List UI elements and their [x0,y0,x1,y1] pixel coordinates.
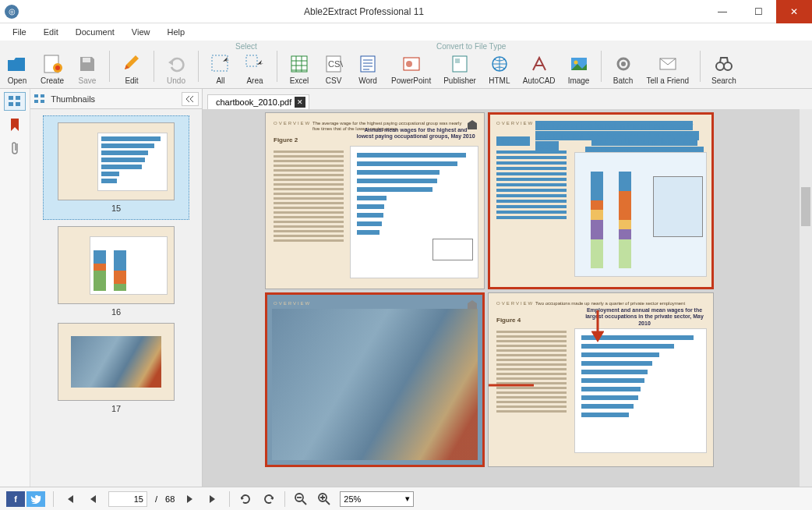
undo-button[interactable]: Undo [161,43,192,88]
menu-document[interactable]: Document [68,26,122,38]
svg-rect-4 [212,55,228,71]
html-button[interactable]: HTML [484,43,515,88]
twitter-button[interactable] [26,491,45,507]
zoom-in-button[interactable] [316,491,332,507]
zoom-value: 25% [344,494,361,504]
autocad-button[interactable]: AutoCAD [518,43,560,88]
powerpoint-icon [401,53,422,75]
create-button[interactable]: Create [36,43,69,88]
maximize-button[interactable]: ☐ [740,0,776,23]
image-button[interactable]: Image [563,43,595,88]
tab-bar: chartbook_2010.pdf ✕ [203,89,812,109]
page-figure-2[interactable]: OVERVIEW The average wage for the highes… [265,112,485,289]
page-photo[interactable]: OVERVIEW [265,292,485,467]
figure-description [496,148,567,273]
excel-icon [288,53,310,75]
thumbnail-page-16[interactable]: 16 [43,226,189,317]
close-button[interactable]: ✕ [776,0,812,23]
paperclip-icon [9,140,20,156]
zoom-out-button[interactable] [293,491,309,507]
svg-rect-29 [41,100,44,103]
grid-icon [8,95,22,108]
thumbnails-rail-button[interactable] [4,92,26,111]
pencil-icon [121,53,143,75]
save-button[interactable]: Save [72,43,103,88]
open-folder-icon [6,53,28,75]
document-area: chartbook_2010.pdf ✕ OVERVIEW The averag… [203,89,812,487]
binoculars-icon [713,53,735,75]
svg-point-18 [621,62,626,66]
svg-rect-5 [246,55,257,66]
save-icon [76,53,98,75]
menu-edit[interactable]: Edit [36,26,66,38]
menu-bar: File Edit Document View Help [0,23,812,41]
svg-rect-26 [34,94,38,97]
publisher-button[interactable]: Publisher [439,43,481,88]
collapse-button[interactable] [182,92,199,106]
svg-point-11 [406,61,412,67]
select-area-button[interactable]: Area [239,43,270,88]
tell-friend-button[interactable]: Tell a Friend [642,43,694,88]
thumbnail-label: 17 [43,404,189,413]
menu-view[interactable]: View [124,26,158,38]
page-viewport[interactable]: OVERVIEW The average wage for the highes… [203,109,812,487]
minimize-button[interactable]: — [704,0,740,23]
bookmarks-rail-button[interactable] [4,115,26,134]
rotate-ccw-button[interactable] [238,491,253,507]
thumbnails-panel: Thumbnails 15 16 17 [30,89,203,487]
vertical-scrollbar[interactable] [800,109,812,487]
first-page-button[interactable] [62,491,77,507]
thumbnail-page-17[interactable]: 17 [43,323,189,413]
menu-file[interactable]: File [5,26,34,38]
next-page-button[interactable] [182,491,198,507]
thumbnails-list[interactable]: 15 16 17 [30,109,202,487]
last-page-button[interactable] [206,491,221,507]
title-bar: ◎ Able2Extract Professional 11 — ☐ ✕ [0,0,812,23]
menu-help[interactable]: Help [160,26,193,38]
edit-button[interactable]: Edit [116,43,147,88]
page-figure-4[interactable]: OVERVIEW Two occupations made up nearly … [488,292,714,467]
page-figure-3[interactable]: OVERVIEW The type of job found in the pr… [488,112,714,289]
document-tab[interactable]: chartbook_2010.pdf ✕ [207,94,309,109]
svg-rect-13 [455,58,460,63]
svg-rect-27 [41,94,44,97]
tab-label: chartbook_2010.pdf [216,97,291,107]
figure-label: Figure 4 [496,317,521,324]
svg-rect-25 [16,102,20,106]
svg-rect-23 [16,96,20,100]
thumbnail-page-15[interactable]: 15 [43,115,189,220]
search-button[interactable]: Search [707,43,741,88]
word-button[interactable]: Word [352,43,383,88]
create-icon [41,53,63,75]
open-button[interactable]: Open [2,43,33,88]
toolbar: Open Create Save Edit Undo Select All Ar… [0,41,812,89]
svg-text:CSV: CSV [328,59,343,69]
select-area-icon [244,53,266,75]
batch-button[interactable]: Batch [608,43,639,88]
figure-label: Figure 3 [496,136,530,146]
content-area: Thumbnails 15 16 17 [0,89,812,487]
tab-close-button[interactable]: ✕ [295,97,305,108]
zoom-select[interactable]: 25% ▾ [340,491,414,507]
page-total: 68 [165,494,175,504]
chart-legend [432,239,473,260]
select-all-button[interactable]: All [205,43,236,88]
powerpoint-button[interactable]: PowerPoint [387,43,436,88]
attachments-rail-button[interactable] [4,139,26,158]
svg-rect-22 [9,96,13,100]
page-separator: / [155,494,157,504]
svg-point-21 [724,62,732,70]
facebook-button[interactable]: f [6,491,25,507]
csv-button[interactable]: CSV CSV [318,43,349,88]
excel-button[interactable]: Excel [284,43,315,88]
status-bar: f / 68 25% ▾ [0,487,812,510]
html-icon [489,53,510,75]
chevron-left-icon [185,95,196,103]
rotate-cw-button[interactable] [261,491,277,507]
overview-label: OVERVIEW [274,121,311,126]
thumbnails-header: Thumbnails [30,89,202,109]
thumbnail-label: 15 [50,204,182,213]
page-number-input[interactable] [108,491,147,507]
svg-point-2 [55,66,60,70]
prev-page-button[interactable] [85,491,101,507]
